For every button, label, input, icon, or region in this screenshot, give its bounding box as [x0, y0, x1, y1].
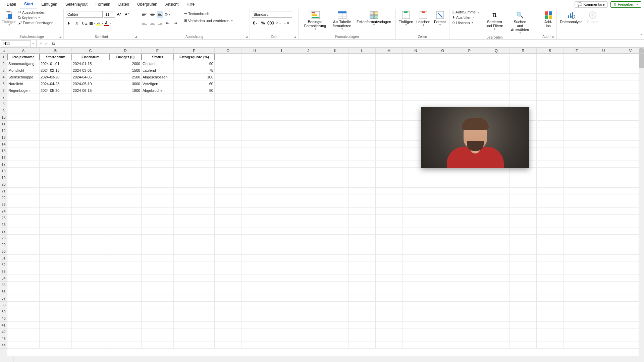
- cell[interactable]: Projektname: [7, 54, 40, 60]
- cell[interactable]: [241, 228, 268, 235]
- cell[interactable]: [402, 342, 429, 349]
- cell[interactable]: [215, 121, 241, 127]
- sheet-nav[interactable]: [0, 356, 13, 362]
- cell[interactable]: [402, 228, 429, 235]
- cell[interactable]: [537, 322, 564, 328]
- cell[interactable]: [241, 221, 268, 228]
- cell[interactable]: Regenbogen: [7, 87, 40, 94]
- cell[interactable]: [72, 261, 109, 268]
- cell[interactable]: [295, 261, 322, 268]
- cell[interactable]: [590, 94, 617, 101]
- row-header[interactable]: 14: [0, 141, 7, 147]
- cell[interactable]: [456, 235, 483, 241]
- cell[interactable]: [564, 235, 590, 241]
- cell[interactable]: 80: [174, 87, 215, 94]
- dialog-launcher[interactable]: ◢: [294, 35, 297, 39]
- cell[interactable]: Enddatum: [72, 54, 109, 60]
- tab-hilfe[interactable]: Hilfe: [182, 1, 199, 8]
- cell[interactable]: [109, 241, 142, 248]
- cell[interactable]: [241, 328, 268, 335]
- tab-daten[interactable]: Daten: [114, 1, 133, 8]
- cell[interactable]: [402, 188, 429, 194]
- cell[interactable]: Mondlicht: [7, 67, 40, 74]
- cell[interactable]: [40, 215, 72, 221]
- cell[interactable]: [322, 107, 349, 114]
- cell[interactable]: [429, 168, 456, 174]
- cell[interactable]: [376, 282, 402, 288]
- cell[interactable]: [295, 335, 322, 342]
- cell[interactable]: [510, 288, 537, 295]
- cell[interactable]: [174, 322, 215, 328]
- cell[interactable]: [376, 302, 402, 308]
- number-format-select[interactable]: [252, 11, 292, 18]
- cell[interactable]: [349, 315, 376, 322]
- cell[interactable]: [537, 261, 564, 268]
- cell[interactable]: [72, 127, 109, 134]
- cell[interactable]: [402, 335, 429, 342]
- cell[interactable]: [349, 194, 376, 201]
- tab-seitenlayout[interactable]: Seitenlayout: [61, 1, 92, 8]
- cell[interactable]: [215, 302, 241, 308]
- cell[interactable]: [72, 147, 109, 154]
- cell[interactable]: [215, 322, 241, 328]
- cell[interactable]: [109, 168, 142, 174]
- increase-font-button[interactable]: A▲: [116, 11, 123, 18]
- cell[interactable]: [590, 328, 617, 335]
- cell[interactable]: [564, 54, 590, 60]
- cell[interactable]: [349, 87, 376, 94]
- cell[interactable]: [268, 54, 295, 60]
- cell[interactable]: [349, 114, 376, 121]
- cell[interactable]: [510, 261, 537, 268]
- cell[interactable]: [483, 201, 510, 208]
- cell[interactable]: [109, 215, 142, 221]
- cell[interactable]: [241, 268, 268, 275]
- cell[interactable]: [590, 248, 617, 255]
- cell[interactable]: [510, 308, 537, 315]
- cell[interactable]: [483, 80, 510, 87]
- cell[interactable]: Laufend: [142, 67, 174, 74]
- cell[interactable]: [376, 101, 402, 107]
- cell[interactable]: Geplant: [142, 60, 174, 67]
- cell[interactable]: [564, 295, 590, 302]
- cell[interactable]: [322, 315, 349, 322]
- cell[interactable]: [429, 87, 456, 94]
- dialog-launcher[interactable]: ◢: [135, 35, 138, 39]
- cell[interactable]: [322, 275, 349, 282]
- cell[interactable]: [376, 121, 402, 127]
- cell[interactable]: [456, 168, 483, 174]
- row-header[interactable]: 15: [0, 147, 7, 154]
- cell[interactable]: [241, 154, 268, 161]
- cell[interactable]: [456, 67, 483, 74]
- cell[interactable]: [537, 168, 564, 174]
- cell[interactable]: [268, 101, 295, 107]
- cell[interactable]: [174, 282, 215, 288]
- cell[interactable]: [268, 261, 295, 268]
- cell[interactable]: [510, 67, 537, 74]
- cell[interactable]: [142, 241, 174, 248]
- cut-button[interactable]: ✂ Ausschneiden: [17, 10, 54, 15]
- cell[interactable]: [174, 335, 215, 342]
- cell[interactable]: [537, 114, 564, 121]
- cell[interactable]: [429, 248, 456, 255]
- row-header[interactable]: 42: [0, 328, 7, 335]
- cell[interactable]: [7, 215, 40, 221]
- cell[interactable]: [537, 54, 564, 60]
- cell[interactable]: [510, 295, 537, 302]
- cell[interactable]: [142, 228, 174, 235]
- cell[interactable]: [268, 141, 295, 147]
- cell[interactable]: [174, 174, 215, 181]
- align-top-button[interactable]: [141, 11, 148, 18]
- cell[interactable]: [174, 121, 215, 127]
- cell-styles-button[interactable]: Zellenformatvorlagen▼: [356, 10, 392, 27]
- cell[interactable]: [590, 235, 617, 241]
- format-cells-button[interactable]: Format▼: [433, 10, 447, 27]
- cell[interactable]: [7, 228, 40, 235]
- cell[interactable]: [376, 241, 402, 248]
- autosum-button[interactable]: ΣAutoSumme▼: [451, 10, 480, 14]
- cell[interactable]: [72, 335, 109, 342]
- cell[interactable]: [322, 322, 349, 328]
- cell[interactable]: [142, 114, 174, 121]
- cell[interactable]: [483, 181, 510, 188]
- cell[interactable]: [109, 275, 142, 282]
- cell[interactable]: [241, 94, 268, 101]
